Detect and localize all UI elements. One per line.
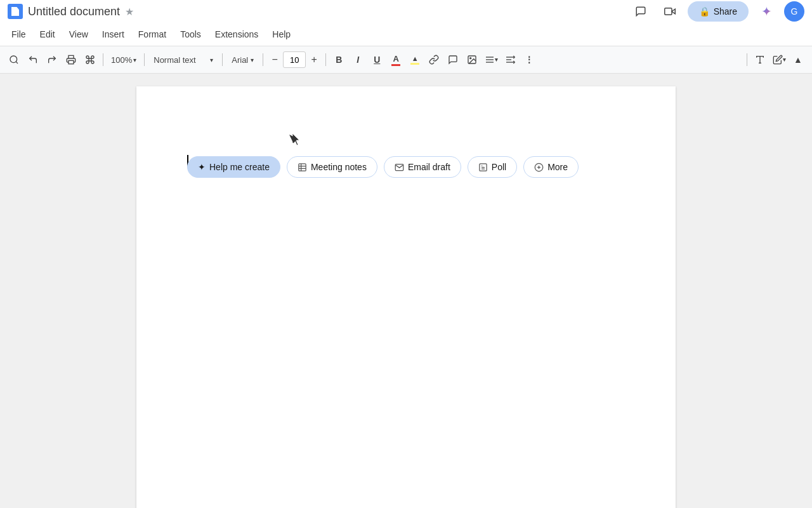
menu-extensions[interactable]: Extensions: [209, 27, 265, 42]
share-label: Share: [714, 6, 737, 17]
meeting-notes-icon: [298, 163, 307, 172]
doc-icon: [8, 4, 23, 19]
redo-button[interactable]: [43, 51, 61, 69]
highlight-bar: [410, 63, 419, 65]
font-size-area: − +: [267, 51, 322, 68]
email-draft-label: Email draft: [408, 162, 450, 172]
separator-4: [263, 53, 263, 66]
undo-button[interactable]: [24, 51, 42, 69]
font-selector[interactable]: Arial ▾: [226, 53, 259, 67]
poll-label: Poll: [492, 162, 506, 172]
help-create-icon: ✦: [198, 162, 206, 172]
more-suggestions-icon: [534, 163, 544, 172]
zoom-dropdown-icon: ▾: [133, 57, 136, 64]
zoom-selector[interactable]: 100% ▾: [107, 53, 140, 67]
underline-button[interactable]: U: [368, 51, 386, 69]
comment-button[interactable]: [444, 51, 462, 69]
user-avatar[interactable]: G: [784, 1, 804, 22]
text-color-button[interactable]: A: [387, 51, 405, 69]
align-button[interactable]: ▾: [482, 51, 500, 69]
menu-bar: File Edit View Insert Format Tools Exten…: [0, 23, 812, 46]
right-toolbar: ▾ ▲: [744, 51, 807, 69]
font-name-label: Arial: [232, 55, 248, 65]
suggestions-row: ✦ Help me create Meeting notes Email dra…: [187, 156, 579, 178]
separator-5: [325, 53, 326, 66]
menu-edit[interactable]: Edit: [34, 27, 62, 42]
font-dropdown-icon: ▾: [251, 57, 254, 64]
image-button[interactable]: [463, 51, 481, 69]
menu-view[interactable]: View: [63, 27, 95, 42]
meeting-notes-label: Meeting notes: [311, 162, 367, 172]
paragraph-style-label: Normal text: [154, 55, 195, 65]
text-color-bar: [391, 64, 400, 66]
menu-help[interactable]: Help: [266, 27, 297, 42]
collapse-button[interactable]: ▲: [789, 51, 807, 69]
bold-button[interactable]: B: [330, 51, 348, 69]
zoom-label: 100%: [111, 55, 132, 65]
help-me-create-button[interactable]: ✦ Help me create: [187, 156, 280, 178]
paragraph-dropdown-icon: ▾: [210, 57, 213, 64]
video-button[interactable]: [658, 0, 681, 23]
star-icon[interactable]: ★: [125, 6, 134, 18]
link-button[interactable]: [425, 51, 443, 69]
doc-title[interactable]: Untitled document: [28, 5, 120, 18]
poll-icon: [478, 163, 488, 172]
highlight-color-button[interactable]: ▲: [406, 51, 424, 69]
svg-point-6: [470, 58, 471, 59]
text-color-icon: A: [393, 54, 399, 64]
toolbar: 100% ▾ Normal text ▾ Arial ▾ − + B I U A…: [0, 46, 812, 74]
gemini-icon: ✦: [761, 4, 772, 19]
svg-rect-15: [299, 163, 306, 170]
svg-line-3: [16, 62, 18, 64]
menu-file[interactable]: File: [5, 27, 32, 42]
font-size-increase-button[interactable]: +: [306, 51, 322, 68]
more-suggestions-button[interactable]: More: [523, 156, 579, 178]
paragraph-style-selector[interactable]: Normal text ▾: [148, 53, 218, 67]
poll-button[interactable]: Poll: [468, 156, 517, 178]
highlight-icon: ▲: [412, 55, 419, 62]
line-spacing-button[interactable]: [501, 51, 519, 69]
text-style-button[interactable]: [751, 51, 769, 69]
svg-rect-4: [69, 60, 74, 64]
gemini-button[interactable]: ✦: [755, 0, 778, 23]
edit-mode-button[interactable]: ▾: [770, 51, 788, 69]
svg-point-2: [10, 56, 17, 63]
email-draft-icon: [395, 163, 404, 172]
print-button[interactable]: [62, 51, 80, 69]
menu-format[interactable]: Format: [132, 27, 173, 42]
separator-right: [747, 53, 747, 66]
separator-2: [144, 53, 145, 66]
meeting-notes-button[interactable]: Meeting notes: [287, 156, 377, 178]
svg-rect-1: [664, 8, 671, 15]
menu-tools[interactable]: Tools: [174, 27, 207, 42]
separator-3: [222, 53, 223, 66]
chat-button[interactable]: [629, 0, 652, 23]
lock-icon: 🔒: [699, 6, 710, 17]
menu-insert[interactable]: Insert: [96, 27, 131, 42]
more-suggestions-label: More: [547, 162, 568, 172]
italic-button[interactable]: I: [349, 51, 367, 69]
font-size-input[interactable]: [283, 51, 306, 68]
document-page[interactable]: ✦ Help me create Meeting notes Email dra…: [136, 86, 676, 508]
email-draft-button[interactable]: Email draft: [384, 156, 461, 178]
more-toolbar-button[interactable]: ⋮: [520, 51, 538, 69]
avatar-label: G: [791, 6, 798, 17]
paint-format-button[interactable]: [81, 51, 99, 69]
search-button[interactable]: [5, 51, 23, 69]
document-area[interactable]: ✦ Help me create Meeting notes Email dra…: [0, 74, 812, 508]
font-size-decrease-button[interactable]: −: [267, 51, 282, 68]
help-me-create-label: Help me create: [209, 162, 270, 172]
separator-1: [103, 53, 103, 66]
share-button[interactable]: 🔒 Share: [688, 1, 749, 22]
svg-marker-0: [672, 9, 675, 14]
top-right-actions: 🔒 Share ✦ G: [629, 0, 804, 23]
title-bar: Untitled document ★ 🔒 Share ✦ G: [0, 0, 812, 23]
